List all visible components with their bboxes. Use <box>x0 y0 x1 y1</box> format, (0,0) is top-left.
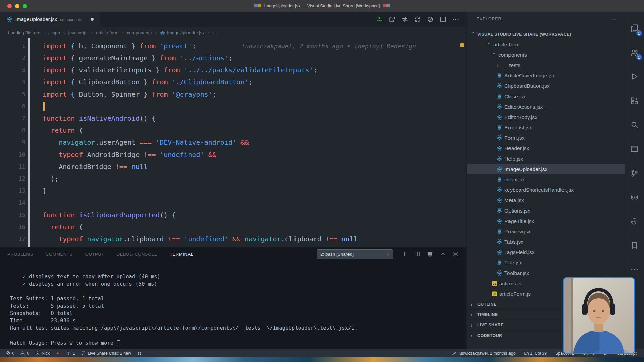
split-editor-icon[interactable] <box>439 16 447 23</box>
open-changes-icon[interactable] <box>388 16 396 23</box>
breadcrumb-item-[interactable]: ... <box>213 30 217 35</box>
sync-icon[interactable] <box>414 16 421 23</box>
panel-tab-debug-console[interactable]: DEBUG CONSOLE <box>117 252 157 257</box>
code-line-6: 6 <box>0 100 466 112</box>
tree-item-errorlist-jsx[interactable]: ErrorList.jsx <box>467 122 625 133</box>
vscode-window: ImageUploader.jsx — Visual Studio Live S… <box>0 0 644 362</box>
line-number: 16 <box>0 221 30 233</box>
tree-item-components[interactable]: ›components <box>467 50 625 60</box>
tree-item-toolbar-jsx[interactable]: Toolbar.jsx <box>467 268 625 278</box>
code-text: return ( <box>30 221 83 233</box>
tree-item-meta-jsx[interactable]: Meta.jsx <box>467 195 625 205</box>
run-icon <box>630 72 639 81</box>
panel-maximize-icon[interactable] <box>439 251 446 257</box>
panel-tab-terminal[interactable]: TERMINAL <box>170 252 194 257</box>
tree-item-imageuploader-jsx[interactable]: ImageUploader.jsx <box>467 164 625 174</box>
breadcrumb-item-imageuploader-jsx[interactable]: ImageUploader.jsx <box>160 30 205 35</box>
react-file-icon <box>160 30 165 35</box>
tree-item-help-jsx[interactable]: Help.jsx <box>467 154 625 164</box>
minimize-window-button[interactable] <box>15 4 19 8</box>
webcam-overlay[interactable] <box>563 277 635 354</box>
git-blame-annotation: ludwiczakpawel, 2 months ago • [deploy] … <box>241 43 416 50</box>
reactions-icon[interactable] <box>625 209 644 233</box>
source-control-icon[interactable] <box>625 161 644 185</box>
audio-call[interactable] <box>137 351 142 356</box>
tree-item-article-form[interactable]: ›article-form <box>467 39 625 50</box>
tree-item-title-jsx[interactable]: Title.jsx <box>467 257 625 268</box>
terminal-shell-select[interactable]: 2: bash [Shared] › <box>317 249 393 259</box>
code-editor[interactable]: 1import { h, Component } from 'preact';l… <box>0 38 466 247</box>
tree-item-tagsfield-jsx[interactable]: TagsField.jsx <box>467 247 625 257</box>
react-file-icon <box>497 249 502 255</box>
problems-errors[interactable]: 0 <box>5 351 14 356</box>
panel-tab-comments[interactable]: COMMENTS <box>46 252 73 257</box>
breadcrumb: Loading file tree...›app›javascript›arti… <box>0 27 466 38</box>
tree-item-preview-jsx[interactable]: Preview.jsx <box>467 226 625 237</box>
session-card-icon[interactable] <box>625 137 644 161</box>
title-bar-emoji-icons-right <box>383 3 390 8</box>
breadcrumb-item-javascript[interactable]: javascript <box>68 30 88 35</box>
new-terminal-icon[interactable] <box>401 251 408 257</box>
bookmarks-icon[interactable] <box>625 233 644 257</box>
chevron-down-icon: › <box>470 32 476 37</box>
breadcrumb-item-app[interactable]: app <box>52 30 60 35</box>
tree-item-clipboardbutton-jsx[interactable]: ClipboardButton.jsx <box>467 81 625 91</box>
cursor-position[interactable]: Ln 1, Col 39 <box>524 351 547 356</box>
breadcrumb-separator: › <box>63 30 65 36</box>
breadcrumb-item-article-form[interactable]: article-form <box>96 30 119 35</box>
tree-item-label: Title.jsx <box>504 260 522 266</box>
terminal-output[interactable]: ✓ displays text to copy after upload (40… <box>0 261 466 347</box>
git-blame[interactable]: ludwiczakpawel, 2 months ago <box>452 351 516 356</box>
breadcrumb-item-loading-file-tree[interactable]: Loading file tree... <box>8 30 44 35</box>
tree-item-form-jsx[interactable]: Form.jsx <box>467 133 625 143</box>
panel-close-icon[interactable] <box>452 251 459 257</box>
react-file-icon <box>497 229 502 234</box>
split-terminal-icon[interactable] <box>414 251 421 257</box>
explorer-icon[interactable]: 1 <box>625 16 644 40</box>
tree-item-label: components <box>498 52 527 58</box>
kill-terminal-icon[interactable] <box>427 251 433 257</box>
live-share-participants-icon[interactable]: 1 <box>625 40 644 64</box>
close-window-button[interactable] <box>7 4 12 8</box>
tree-item-label: Preview.jsx <box>504 229 531 235</box>
tree-item-close-jsx[interactable]: Close.jsx <box>467 91 625 102</box>
chat-icon <box>81 351 86 356</box>
live-share-status[interactable] <box>55 351 60 356</box>
panel-tab-output[interactable]: OUTPUT <box>85 252 104 257</box>
tree-item-label: Toolbar.jsx <box>504 270 529 276</box>
more-actions-icon[interactable] <box>452 16 460 23</box>
terminal-line <box>10 332 466 339</box>
tree-item-tabs-jsx[interactable]: Tabs.jsx <box>467 237 625 247</box>
broadcast-icon[interactable] <box>625 185 644 209</box>
tree-item-visual-studio-live-share-workspace[interactable]: ›VISUAL STUDIO LIVE SHARE (WORKSPACE) <box>467 29 625 39</box>
run-icon[interactable] <box>625 64 644 88</box>
tree-item-editorbody-jsx[interactable]: EditorBody.jsx <box>467 112 625 122</box>
tree-item-index-jsx[interactable]: index.jsx <box>467 174 625 185</box>
explorer-more-actions[interactable]: ⋯ <box>611 16 617 23</box>
live-share-chat[interactable]: Live Share Chat: 1 new <box>81 351 131 356</box>
tree-item-label: ClipboardButton.jsx <box>504 83 549 89</box>
breadcrumb-item-components[interactable]: components <box>127 30 152 35</box>
tree-item-pagetitle-jsx[interactable]: PageTitle.jsx <box>467 216 625 226</box>
tree-item-header-jsx[interactable]: Header.jsx <box>467 143 625 154</box>
editor-tab-imageuploader[interactable]: ImageUploader.jsx components <box>0 12 101 27</box>
viewers-count[interactable]: 1 <box>66 351 75 356</box>
session-record-icon[interactable] <box>427 16 434 23</box>
tree-item-label: actions.js <box>499 281 521 287</box>
zoom-window-button[interactable] <box>23 4 27 8</box>
live-share-user[interactable]: Nick <box>35 351 50 356</box>
live-share-share-icon[interactable] <box>376 16 383 23</box>
panel-tab-problems[interactable]: PROBLEMS <box>7 252 33 257</box>
tree-item-options-jsx[interactable]: Options.jsx <box>467 205 625 216</box>
code-text: import { validateFileInputs } from '../.… <box>30 64 317 76</box>
react-file-icon <box>497 187 502 193</box>
extensions-icon[interactable] <box>625 88 644 113</box>
tree-item-editoractions-jsx[interactable]: EditorActions.jsx <box>467 102 625 112</box>
tree-item-tests[interactable]: ›__tests__ <box>467 60 625 70</box>
tree-item-articlecoverimage-jsx[interactable]: ArticleCoverImage.jsx <box>467 70 625 81</box>
follow-participant-icon[interactable] <box>401 16 409 23</box>
problems-warnings[interactable]: 0 <box>20 351 29 356</box>
chevron-right-icon: › <box>471 302 475 307</box>
search-icon[interactable] <box>625 113 644 137</box>
tree-item-keyboardshortcutshandler-jsx[interactable]: keyboardShortcutsHandler.jsx <box>467 185 625 195</box>
